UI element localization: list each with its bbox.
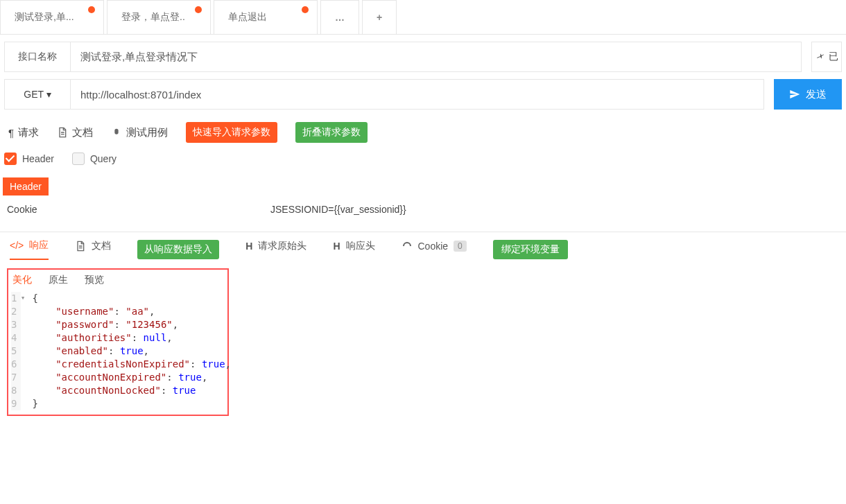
- vtab-beautify[interactable]: 美化: [12, 274, 32, 286]
- bind-env-button[interactable]: 绑定环境变量: [493, 240, 568, 259]
- name-input[interactable]: [71, 42, 802, 72]
- tab-test-label: 测试用例: [126, 126, 168, 139]
- rtab-cookie-label: Cookie: [418, 241, 449, 252]
- section-header-tag: Header: [3, 177, 49, 195]
- tab-3[interactable]: 单点退出: [214, 0, 318, 34]
- name-label: 接口名称: [4, 42, 71, 72]
- dirty-dot-icon: [302, 6, 309, 13]
- send-icon: [789, 89, 800, 100]
- url-row: GET ▾ 发送: [4, 79, 842, 110]
- response-view-tabs: 美化 原生 预览: [12, 274, 225, 286]
- send-button[interactable]: 发送: [774, 79, 842, 110]
- check-query-label: Query: [90, 153, 116, 164]
- response-preview-highlight: 美化 原生 预览 1 2 3 4 5 6 7 8 9 { "username":…: [7, 268, 229, 416]
- line-gutter: 1 2 3 4 5 6 7 8 9: [11, 292, 21, 410]
- param-type-checks: Header Query: [4, 153, 842, 165]
- code-icon: </>: [10, 240, 24, 251]
- import-from-response-button[interactable]: 从响应数据导入: [137, 240, 219, 259]
- dashboard-icon: [402, 241, 413, 252]
- quick-import-button[interactable]: 快速导入请求参数: [186, 122, 277, 143]
- tabs-more-button[interactable]: …: [320, 0, 359, 34]
- tab-request-label: 请求: [18, 126, 39, 139]
- rtab-resp-headers[interactable]: H 响应头: [333, 240, 374, 259]
- tab-test[interactable]: 测试用例: [111, 126, 168, 139]
- tabs-add-button[interactable]: +: [362, 0, 397, 34]
- response-code-editor[interactable]: 1 2 3 4 5 6 7 8 9 { "username": "aa", "p…: [11, 292, 225, 410]
- dirty-dot-icon: [195, 6, 202, 13]
- request-subtabs: ¶ 请求 文档 测试用例 快速导入请求参数 折叠请求参数: [8, 122, 838, 143]
- heading-icon: H: [333, 241, 340, 252]
- pin-icon: [815, 51, 826, 62]
- rtab-req-headers-label: 请求原始头: [258, 240, 307, 252]
- document-icon: [57, 127, 68, 138]
- pin-label: 已: [829, 51, 838, 63]
- vtab-preview[interactable]: 预览: [85, 274, 104, 286]
- header-key[interactable]: Cookie: [7, 204, 270, 215]
- check-header-label: Header: [22, 153, 54, 164]
- cookie-count-badge: 0: [454, 241, 467, 252]
- tab-1[interactable]: 测试登录,单...: [0, 0, 104, 34]
- dirty-dot-icon: [88, 6, 95, 13]
- checkbox-off-icon: [72, 153, 85, 165]
- checkbox-on-icon: [4, 153, 17, 165]
- header-row: Cookie JSESSIONID={{var_sessionid}}: [7, 204, 839, 215]
- check-header[interactable]: Header: [4, 153, 54, 165]
- vtab-raw[interactable]: 原生: [49, 274, 68, 286]
- rtab-cookie[interactable]: Cookie 0: [402, 241, 467, 259]
- check-query[interactable]: Query: [72, 153, 116, 165]
- tab-2[interactable]: 登录，单点登..: [107, 0, 211, 34]
- rtab-resp-headers-label: 响应头: [346, 240, 375, 252]
- tab-label: 登录，单点登..: [121, 11, 185, 24]
- tab-doc[interactable]: 文档: [57, 126, 93, 139]
- rtab-doc[interactable]: 文档: [75, 240, 111, 259]
- tab-request[interactable]: ¶ 请求: [8, 126, 39, 139]
- name-row: 接口名称 已: [4, 42, 842, 72]
- pilcrow-icon: ¶: [8, 127, 14, 139]
- header-value[interactable]: JSESSIONID={{var_sessionid}}: [270, 204, 406, 215]
- send-label: 发送: [806, 88, 827, 101]
- rtab-req-headers[interactable]: H 请求原始头: [245, 240, 307, 259]
- code-body: { "username": "aa", "password": "123456"…: [21, 292, 231, 410]
- bug-icon: [111, 127, 122, 138]
- document-icon: [75, 241, 86, 252]
- tab-label: 单点退出: [228, 11, 267, 24]
- tab-doc-label: 文档: [72, 126, 93, 139]
- method-select[interactable]: GET ▾: [4, 79, 71, 110]
- pin-button[interactable]: 已: [811, 42, 842, 72]
- rtab-response[interactable]: </> 响应: [10, 239, 49, 260]
- tab-strip: 测试登录,单... 登录，单点登.. 单点退出 … +: [0, 0, 846, 35]
- tab-label: 测试登录,单...: [15, 11, 74, 24]
- rtab-response-label: 响应: [29, 239, 49, 252]
- response-tabs: </> 响应 文档 从响应数据导入 H 请求原始头 H 响应头 Cookie 0…: [0, 232, 846, 260]
- heading-icon: H: [245, 241, 252, 252]
- rtab-doc-label: 文档: [92, 240, 111, 252]
- collapse-params-button[interactable]: 折叠请求参数: [295, 122, 368, 143]
- url-input[interactable]: [71, 79, 764, 110]
